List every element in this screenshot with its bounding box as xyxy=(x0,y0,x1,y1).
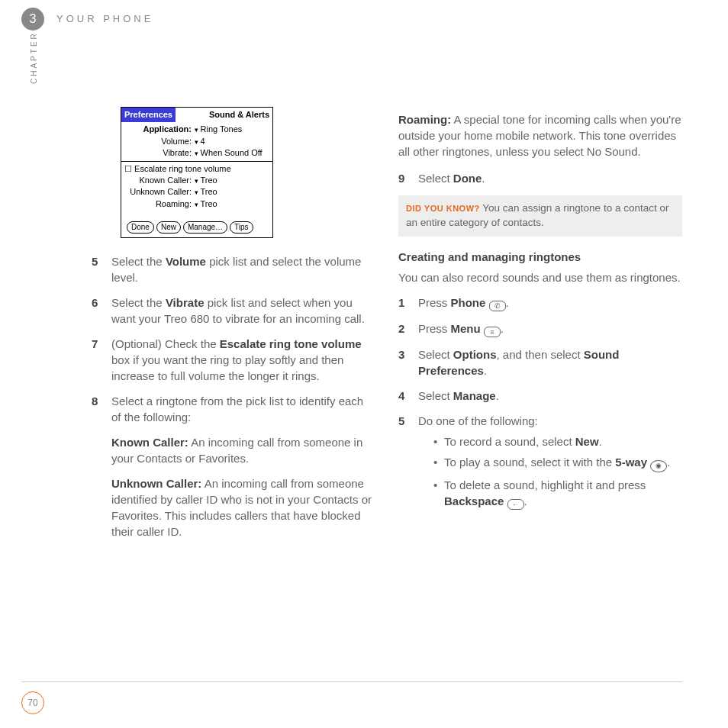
caller-def: Known Caller: An incoming call from some… xyxy=(111,434,375,466)
step-9: 9 Select Done. xyxy=(398,170,682,186)
5way-icon: ◉ xyxy=(650,460,667,472)
backspace-icon: ← xyxy=(507,499,524,510)
prefs-row: Roaming:Treo xyxy=(124,198,269,210)
menu-icon: ≡ xyxy=(484,327,501,337)
caller-def: Unknown Caller: An incoming call from so… xyxy=(111,475,375,540)
bullet-list: To record a sound, select New.To play a … xyxy=(433,433,682,510)
chapter-badge: 3 xyxy=(21,8,44,31)
prefs-row: Known Caller:Treo xyxy=(124,175,269,186)
prefs-button: Done xyxy=(127,221,154,234)
roaming-def: Roaming: A special tone for incoming cal… xyxy=(398,111,682,159)
prefs-row: Vibrate: When Sound Off xyxy=(124,147,269,159)
prefs-button: Manage… xyxy=(183,221,227,234)
bullet-item: To record a sound, select New. xyxy=(433,433,682,449)
instruction-step: 5 Select the Volume pick list and select… xyxy=(92,253,375,285)
preferences-screenshot: Preferences Sound & Alerts Application: … xyxy=(121,107,273,238)
header-title: YOUR PHONE xyxy=(56,12,153,26)
right-column: Roaming: A special tone for incoming cal… xyxy=(398,107,682,549)
prefs-row: Unknown Caller:Treo xyxy=(124,186,269,198)
instruction-step: 4 Select Manage. xyxy=(398,388,682,404)
bullet-item: To play a sound, select it with the 5-wa… xyxy=(433,454,682,472)
prefs-tab: Preferences xyxy=(121,108,176,122)
callout-lead: DID YOU KNOW? xyxy=(406,204,480,213)
instruction-step: 6 Select the Vibrate pick list and selec… xyxy=(92,295,375,327)
escalate-checkbox: Escalate ring tone volume xyxy=(124,163,269,175)
prefs-category: Sound & Alerts xyxy=(176,108,272,122)
prefs-button: New xyxy=(156,221,181,234)
phone-icon: ✆ xyxy=(489,301,506,311)
instruction-step: 2 Press Menu ≡. xyxy=(398,321,682,337)
page-header: 3 YOUR PHONE xyxy=(21,8,153,31)
instruction-step: 1 Press Phone ✆. xyxy=(398,295,682,311)
content: Preferences Sound & Alerts Application: … xyxy=(92,107,682,549)
prefs-button: Tips xyxy=(230,221,253,234)
page-number: 70 xyxy=(21,691,44,714)
bullet-item: To delete a sound, highlight it and pres… xyxy=(433,477,682,510)
chapter-side-label: CHAPTER xyxy=(29,31,40,84)
prefs-row: Application: Ring Tones xyxy=(124,124,269,135)
footer-rule xyxy=(21,681,682,682)
section-heading: Creating and managing ringtones xyxy=(398,249,682,265)
left-column: Preferences Sound & Alerts Application: … xyxy=(92,107,375,549)
instruction-step: 5 Do one of the following:To record a so… xyxy=(398,413,682,514)
instruction-step: 7 (Optional) Check the Escalate ring ton… xyxy=(92,336,375,384)
did-you-know-callout: DID YOU KNOW? You can assign a ringtone … xyxy=(398,195,682,237)
instruction-step: 3 Select Options, and then select Sound … xyxy=(398,346,682,378)
section-intro: You can also record sounds and use them … xyxy=(398,269,682,285)
instruction-step: 8 Select a ringtone from the pick list t… xyxy=(92,393,375,425)
prefs-row: Volume: 4 xyxy=(124,136,269,147)
